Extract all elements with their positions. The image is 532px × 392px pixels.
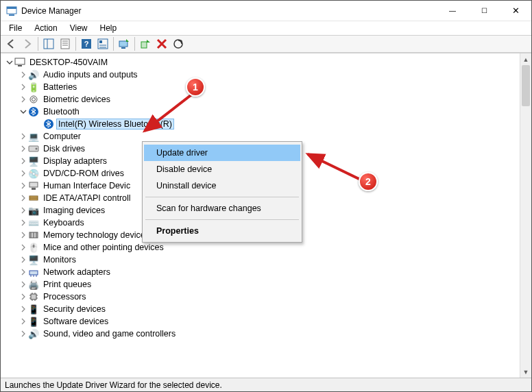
tree-item-sound[interactable]: 🔊Sound, video and game controllers <box>3 328 520 340</box>
tree-item-biometric[interactable]: Biometric devices <box>3 93 520 106</box>
ctx-separator <box>145 219 299 220</box>
speaker-icon: 🔊 <box>28 69 39 80</box>
keyboard-icon: ⌨️ <box>28 217 39 228</box>
chevron-right-icon[interactable] <box>19 317 28 326</box>
chevron-right-icon[interactable] <box>19 181 28 191</box>
properties-button[interactable] <box>58 36 73 51</box>
action-list-button[interactable] <box>95 36 110 51</box>
toolbar-separator <box>113 37 114 51</box>
nav-back-button[interactable] <box>3 36 19 51</box>
tree-item-software[interactable]: 📱Software devices <box>3 315 520 328</box>
show-hide-tree-button[interactable] <box>41 36 56 51</box>
scroll-down-button[interactable]: ▼ <box>520 366 531 378</box>
chevron-right-icon[interactable] <box>19 292 28 302</box>
tree-item-bluetooth-child[interactable]: Intel(R) Wireless Bluetooth(R) <box>3 118 520 130</box>
menu-action[interactable]: Action <box>29 22 62 34</box>
window-controls: — ☐ ✕ <box>437 1 531 21</box>
menu-view[interactable]: View <box>64 22 93 34</box>
controller-icon <box>28 193 39 204</box>
chevron-right-icon[interactable] <box>19 132 28 141</box>
tree-item-print[interactable]: 🖨️Print queues <box>3 278 520 291</box>
context-menu: Update driver Disable device Uninstall d… <box>142 141 302 243</box>
ctx-uninstall-device[interactable]: Uninstall device <box>144 177 300 194</box>
chevron-right-icon[interactable] <box>19 255 28 265</box>
minimize-button[interactable]: — <box>437 1 468 21</box>
window-title: Device Manager <box>21 6 81 16</box>
chevron-right-icon[interactable] <box>19 230 28 240</box>
scroll-track[interactable] <box>520 65 531 366</box>
uninstall-device-button[interactable] <box>154 36 169 51</box>
annotation-badge-1: 1 <box>186 77 205 97</box>
ctx-update-driver[interactable]: Update driver <box>144 145 300 161</box>
tree-item-security[interactable]: 📱Security devices <box>3 303 520 315</box>
chevron-right-icon[interactable] <box>19 95 28 104</box>
chevron-right-icon[interactable] <box>19 70 28 79</box>
chevron-right-icon[interactable] <box>19 193 28 203</box>
scan-hardware-button[interactable] <box>171 36 186 51</box>
help-button[interactable]: ? <box>79 36 94 51</box>
chevron-right-icon[interactable] <box>19 82 28 92</box>
close-button[interactable]: ✕ <box>500 1 531 21</box>
maximize-button[interactable]: ☐ <box>468 1 500 21</box>
update-driver-button[interactable] <box>117 36 132 51</box>
svg-rect-15 <box>119 41 128 47</box>
tree-item-network[interactable]: Network adapters <box>3 266 520 278</box>
tree-item-batteries[interactable]: 🔋Batteries <box>3 81 520 93</box>
svg-rect-27 <box>29 182 38 187</box>
bluetooth-icon <box>28 106 39 117</box>
svg-rect-20 <box>18 65 22 66</box>
chevron-right-icon[interactable] <box>19 144 28 154</box>
nav-forward-button[interactable] <box>20 36 35 51</box>
hid-icon <box>28 180 39 191</box>
phone-icon: 📱 <box>28 316 39 327</box>
tree-item-bluetooth[interactable]: Bluetooth <box>3 106 520 118</box>
tree-item-audio[interactable]: 🔊Audio inputs and outputs <box>3 69 520 81</box>
chevron-right-icon[interactable] <box>19 267 28 277</box>
speaker-icon: 🔊 <box>28 328 39 339</box>
disk-icon <box>28 143 39 154</box>
ctx-properties[interactable]: Properties <box>144 223 300 239</box>
vertical-scrollbar[interactable]: ▲ ▼ <box>520 53 531 378</box>
tree-item-processors[interactable]: Processors <box>3 291 520 303</box>
svg-rect-39 <box>31 294 36 299</box>
display-icon: 🖥️ <box>28 156 39 167</box>
chevron-right-icon[interactable] <box>19 280 28 289</box>
svg-rect-19 <box>15 58 25 64</box>
svg-point-26 <box>36 148 38 150</box>
tree-item-mice[interactable]: 🖱️Mice and other pointing devices <box>3 241 520 254</box>
titlebar: Device Manager — ☐ ✕ <box>1 1 531 21</box>
chevron-right-icon[interactable] <box>19 156 28 166</box>
monitor-icon: 🖥️ <box>28 254 39 265</box>
camera-icon: 📷 <box>28 205 39 216</box>
scroll-up-button[interactable]: ▲ <box>520 53 531 65</box>
ctx-scan-hardware[interactable]: Scan for hardware changes <box>144 200 300 217</box>
menu-help[interactable]: Help <box>95 22 123 34</box>
svg-rect-5 <box>61 39 69 49</box>
enable-device-button[interactable] <box>138 36 153 51</box>
toolbar-separator <box>75 37 76 51</box>
disc-icon: 💿 <box>28 168 39 179</box>
printer-icon: 🖨️ <box>28 279 39 290</box>
svg-rect-35 <box>29 271 38 275</box>
scroll-thumb[interactable] <box>522 65 530 106</box>
chevron-right-icon[interactable] <box>19 206 28 215</box>
menu-file[interactable]: File <box>3 22 27 34</box>
chevron-right-icon[interactable] <box>19 218 28 228</box>
chevron-down-icon[interactable] <box>5 58 14 67</box>
toolbar: ? <box>1 35 531 53</box>
tree-root[interactable]: DESKTOP-450VAIM <box>3 56 520 69</box>
phone-icon: 📱 <box>28 304 39 315</box>
status-text: Launches the Update Driver Wizard for th… <box>5 380 222 390</box>
ctx-separator <box>145 197 299 197</box>
ctx-disable-device[interactable]: Disable device <box>144 161 300 177</box>
chevron-down-icon[interactable] <box>19 107 28 117</box>
chevron-right-icon[interactable] <box>19 169 28 178</box>
chevron-right-icon[interactable] <box>19 304 28 314</box>
tree-item-monitors[interactable]: 🖥️Monitors <box>3 254 520 266</box>
battery-icon: 🔋 <box>28 82 39 93</box>
chevron-right-icon[interactable] <box>19 329 28 339</box>
toolbar-separator <box>134 37 135 51</box>
toolbar-separator <box>38 37 38 51</box>
svg-rect-3 <box>44 39 53 49</box>
chevron-right-icon[interactable] <box>19 243 28 252</box>
